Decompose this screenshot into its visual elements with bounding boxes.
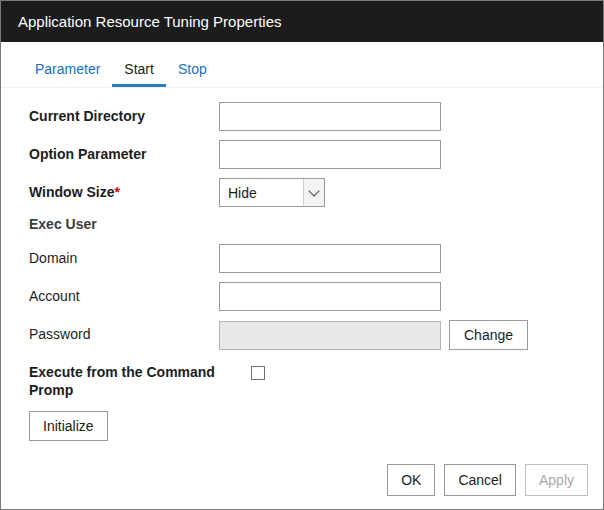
dialog-footer: OK Cancel Apply <box>387 464 588 496</box>
start-tab-form: Current Directory Option Parameter Windo… <box>1 88 603 441</box>
chevron-down-icon <box>303 179 324 206</box>
domain-label: Domain <box>29 250 219 268</box>
tab-start[interactable]: Start <box>112 52 166 87</box>
domain-row: Domain <box>29 244 575 273</box>
current-directory-input[interactable] <box>219 102 441 131</box>
execute-prompt-label: Execute from the Command Promp <box>29 364 219 399</box>
option-parameter-row: Option Parameter <box>29 140 575 169</box>
initialize-button[interactable]: Initialize <box>29 411 108 441</box>
title-bar: Application Resource Tuning Properties <box>1 1 603 42</box>
initialize-row: Initialize <box>29 411 575 441</box>
account-row: Account <box>29 282 575 311</box>
password-label: Password <box>29 326 219 344</box>
password-input <box>219 321 441 350</box>
window-size-row: Window Size* Hide <box>29 178 575 207</box>
tab-stop[interactable]: Stop <box>166 52 219 87</box>
window-size-label-text: Window Size <box>29 184 114 200</box>
password-row: Password Change <box>29 320 575 350</box>
window-size-label: Window Size* <box>29 184 219 202</box>
option-parameter-input[interactable] <box>219 140 441 169</box>
tab-parameter[interactable]: Parameter <box>23 52 112 87</box>
change-password-button[interactable]: Change <box>449 320 528 350</box>
tab-bar: Parameter Start Stop <box>1 52 603 88</box>
current-directory-row: Current Directory <box>29 102 575 131</box>
domain-input[interactable] <box>219 244 441 273</box>
properties-dialog: Application Resource Tuning Properties P… <box>0 0 604 510</box>
current-directory-label: Current Directory <box>29 108 219 126</box>
apply-button[interactable]: Apply <box>525 464 588 496</box>
exec-user-section-title: Exec User <box>29 216 575 232</box>
execute-prompt-row: Execute from the Command Promp <box>29 364 575 399</box>
window-title: Application Resource Tuning Properties <box>18 13 281 30</box>
account-input[interactable] <box>219 282 441 311</box>
window-size-select[interactable]: Hide <box>219 178 325 207</box>
execute-prompt-checkbox[interactable] <box>251 366 265 380</box>
cancel-button[interactable]: Cancel <box>444 464 516 496</box>
account-label: Account <box>29 288 219 306</box>
window-size-selected-value: Hide <box>220 185 303 201</box>
ok-button[interactable]: OK <box>387 464 435 496</box>
required-asterisk: * <box>114 184 119 200</box>
option-parameter-label: Option Parameter <box>29 146 219 164</box>
